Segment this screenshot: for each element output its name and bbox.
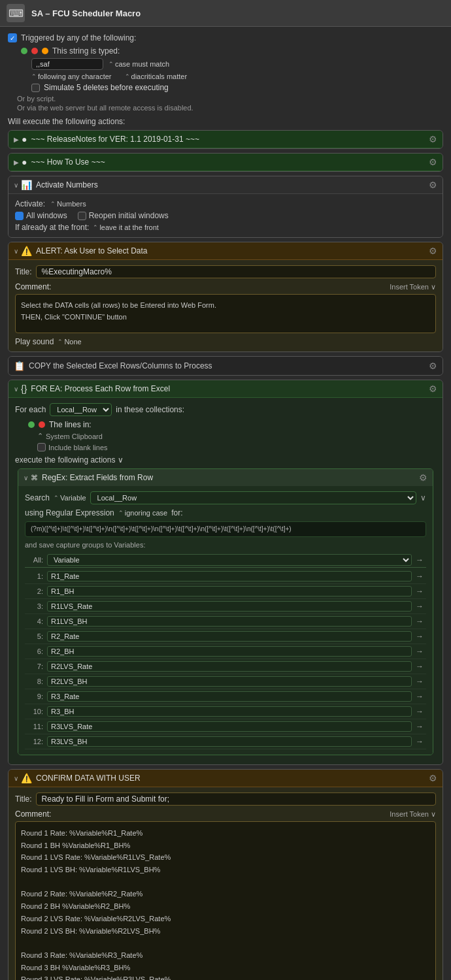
gear-icon[interactable]: ⚙ <box>429 773 437 783</box>
var-input[interactable] <box>47 646 412 657</box>
if-already-label: If already at the front: <box>15 223 89 232</box>
confirm-comment-box[interactable]: Round 1 Rate: %Variable%R1_Rate%Round 1 … <box>15 821 436 980</box>
regex-icon: ⌘ <box>31 474 38 482</box>
var-input[interactable] <box>47 706 412 717</box>
typed-value-input[interactable] <box>31 58 103 70</box>
remove-dot[interactable] <box>31 48 38 54</box>
confirm-icon: ⚠️ <box>21 773 32 783</box>
foreach-title: FOR EA: Process Each Row from Excel <box>31 384 429 393</box>
how-to-use-header[interactable]: ▶ ● ~~~ How To Use ~~~ ⚙ <box>8 154 443 171</box>
alert-sound-dropdown[interactable]: ⌃ None <box>58 338 81 346</box>
case-match-dropdown[interactable]: ⌃ case must match <box>109 60 169 68</box>
var-all-select[interactable]: Variable <box>47 554 412 566</box>
alert-comment-label: Comment: <box>15 282 51 291</box>
var-input[interactable] <box>47 571 412 581</box>
regex-header[interactable]: ∨ ⌘ RegEx: Extract Fields from Row ⚙ <box>18 469 433 486</box>
copy-excel-block: 📋 COPY the Selected Excel Rows/Columns t… <box>8 356 443 376</box>
var-input[interactable] <box>47 736 412 747</box>
alert-icon: ⚠️ <box>21 246 32 256</box>
regex-variable-select[interactable]: Local__Row <box>90 491 416 504</box>
var-num: 5: <box>27 632 43 640</box>
execute-row: execute the following actions ∨ <box>15 455 436 465</box>
var-input[interactable] <box>47 721 412 732</box>
var-table-header: All: Variable → <box>25 553 426 568</box>
add-dot[interactable] <box>28 421 35 428</box>
insert-token-button[interactable]: Insert Token ∨ <box>390 283 436 291</box>
var-row: 8: → <box>25 674 426 689</box>
var-input[interactable] <box>47 691 412 702</box>
gear-icon[interactable]: ⚙ <box>429 180 437 190</box>
var-num: 2: <box>27 587 43 595</box>
var-num: 3: <box>27 602 43 610</box>
var-input[interactable] <box>47 601 412 612</box>
release-notes-header[interactable]: ▶ ● ~~~ ReleaseNotes for VER: 1.1 2019-0… <box>8 131 443 148</box>
following-char-dropdown[interactable]: ⌃ following any character <box>31 73 112 80</box>
or-by-script-label: Or by script. <box>17 95 56 103</box>
system-clipboard-label: System Clipboard <box>46 433 103 440</box>
var-row: 11: → <box>25 719 426 734</box>
action-icon: ● <box>22 157 27 167</box>
release-notes-block: ▶ ● ~~~ ReleaseNotes for VER: 1.1 2019-0… <box>8 130 443 149</box>
how-to-use-title: ~~~ How To Use ~~~ <box>31 157 429 167</box>
alert-title-input[interactable] <box>36 265 436 278</box>
main-content: ✓ Triggered by any of the following: Thi… <box>0 27 451 980</box>
simulate-checkbox[interactable] <box>31 84 40 92</box>
gear-icon[interactable]: ⚙ <box>419 472 427 483</box>
regex-variable-dropdown[interactable]: ⌃ Variable <box>54 494 86 502</box>
reopen-initial-checkbox[interactable] <box>78 212 86 220</box>
var-row: 3: → <box>25 599 426 614</box>
var-num: 10: <box>27 708 43 715</box>
simulate-label: Simulate 5 deletes before executing <box>44 83 169 92</box>
gear-icon[interactable]: ⚙ <box>429 246 437 256</box>
activate-numbers-block: ∨ 📊 Activate Numbers ⚙ Activate: ⌃ Numbe… <box>8 176 443 238</box>
foreach-header[interactable]: ∨ {} FOR EA: Process Each Row from Excel… <box>8 380 443 398</box>
confirm-comment-line: Round 1 LVS Rate: %Variable%R1LVS_Rate% <box>21 851 430 864</box>
release-notes-title: ~~~ ReleaseNotes for VER: 1.1 2019-01-31… <box>31 135 429 144</box>
activate-numbers-header[interactable]: ∨ 📊 Activate Numbers ⚙ <box>8 176 443 194</box>
include-blank-label: Include blank lines <box>48 444 108 451</box>
alert-play-sound-label: Play sound <box>15 337 54 346</box>
activate-value-dropdown[interactable]: ⌃ Numbers <box>50 200 86 208</box>
var-row: 4: → <box>25 614 426 629</box>
var-row: 5: → <box>25 629 426 644</box>
copy-icon: 📋 <box>14 361 25 371</box>
foreach-value-select[interactable]: Local__Row <box>50 403 112 416</box>
trigger-checkbox[interactable]: ✓ <box>8 33 17 42</box>
var-row: 9: → <box>25 689 426 704</box>
var-input[interactable] <box>47 676 412 687</box>
var-arrow: → <box>416 617 424 626</box>
ignoring-case-dropdown[interactable]: ⌃ ignoring case <box>118 509 167 517</box>
all-windows-label: All windows <box>26 211 67 220</box>
gear-icon[interactable]: ⚙ <box>429 361 437 371</box>
alert-block: ∨ ⚠️ ALERT: Ask User to Select Data ⚙ Ti… <box>8 242 443 352</box>
diacriticals-dropdown[interactable]: ⌃ diacriticals matter <box>125 73 188 80</box>
alert-header[interactable]: ∨ ⚠️ ALERT: Ask User to Select Data ⚙ <box>8 242 443 260</box>
confirm-header[interactable]: ∨ ⚠️ CONFIRM DATA WITH USER ⚙ <box>8 770 443 787</box>
leave-it-dropdown[interactable]: ⌃ leave it at the front <box>93 223 159 231</box>
chevron-icon: ∨ <box>14 775 18 782</box>
include-blank-checkbox[interactable] <box>37 443 46 451</box>
in-these-collections-label: in these collections: <box>116 405 184 414</box>
var-input[interactable] <box>47 631 412 642</box>
gear-icon[interactable]: ⚙ <box>429 134 437 144</box>
regex-expression[interactable]: (?m)([^\t]+)\t([^\t]+)\t([^\t]+)\n([^\t]… <box>25 521 426 537</box>
var-num: 11: <box>27 723 43 730</box>
copy-excel-header[interactable]: 📋 COPY the Selected Excel Rows/Columns t… <box>8 357 443 375</box>
add-dot[interactable] <box>21 48 27 54</box>
remove-dot[interactable] <box>39 421 45 428</box>
gear-icon[interactable]: ⚙ <box>429 384 437 394</box>
gear-icon[interactable]: ⚙ <box>429 157 437 167</box>
confirm-title: CONFIRM DATA WITH USER <box>36 774 429 783</box>
all-windows-checkbox[interactable] <box>15 212 24 220</box>
var-arrow: → <box>416 692 424 701</box>
var-arrow: → <box>416 662 424 671</box>
var-input[interactable] <box>47 586 412 596</box>
alert-comment-box[interactable]: Select the DATA cells (all rows) to be E… <box>15 294 436 333</box>
foreach-label: For each <box>15 405 46 414</box>
confirm-comment-line: Round 1 BH %Variable%R1_BH% <box>21 840 430 852</box>
var-input[interactable] <box>47 661 412 672</box>
confirm-title-input[interactable] <box>36 792 436 806</box>
activate-label: Activate: <box>15 199 45 208</box>
var-input[interactable] <box>47 616 412 627</box>
confirm-insert-token-button[interactable]: Insert Token ∨ <box>390 810 436 819</box>
